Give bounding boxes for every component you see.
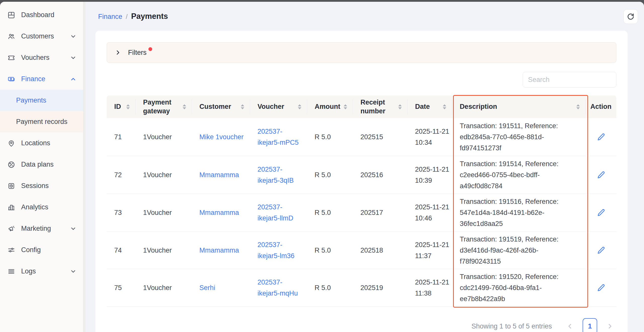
column-header-voucher[interactable]: Voucher — [250, 99, 307, 114]
voucher-link[interactable]: 202537-ikejar5-llmD — [258, 203, 294, 222]
customer-link[interactable]: Mmamamma — [199, 209, 239, 216]
edit-button[interactable] — [597, 171, 605, 179]
sort-icon[interactable] — [126, 104, 130, 109]
sidebar-item-customers[interactable]: Customers — [0, 26, 86, 47]
sidebar-item-label: Data plans — [21, 161, 76, 168]
edit-button[interactable] — [597, 246, 605, 254]
sidebar-scrollbar[interactable] — [83, 2, 86, 332]
dashboard-icon — [8, 11, 15, 19]
payments-table: ID Payment gateway Customer Voucher Amou… — [107, 96, 616, 307]
sidebar-item-marketing[interactable]: Marketing — [0, 218, 86, 239]
sidebar-item-payment-records[interactable]: Payment records — [0, 111, 86, 132]
previous-page-button[interactable] — [566, 322, 574, 330]
cell-gateway: 1Voucher — [136, 245, 192, 256]
cell-amount: R 5.0 — [307, 282, 353, 293]
customer-link[interactable]: Serhi — [199, 284, 215, 292]
column-header-customer[interactable]: Customer — [192, 99, 250, 114]
sidebar-item-label: Vouchers — [21, 54, 70, 62]
sidebar-item-analytics[interactable]: Analytics — [0, 197, 86, 218]
pencil-icon — [597, 284, 605, 292]
cell-date: 2025-11-21 10:39 — [408, 164, 452, 186]
sidebar-item-label: Payments — [16, 97, 46, 104]
customer-link[interactable]: Mmamamma — [199, 247, 239, 254]
ticket-icon — [8, 54, 15, 62]
breadcrumb: Finance / Payments — [98, 12, 168, 21]
chevron-down-icon — [70, 268, 76, 275]
voucher-link[interactable]: 202537-ikejar5-mqHu — [258, 278, 298, 297]
chevron-down-icon — [70, 55, 76, 61]
cell-voucher: 202537-ikejar5-mqHu — [250, 277, 307, 299]
page-number-button[interactable]: 1 — [583, 318, 597, 332]
edit-button[interactable] — [597, 133, 605, 141]
map-pin-icon — [8, 139, 15, 147]
sidebar-item-finance[interactable]: Finance — [0, 68, 86, 90]
sidebar-item-data-plans[interactable]: Data plans — [0, 154, 86, 175]
cell-customer: Serhi — [192, 282, 250, 293]
sidebar-item-vouchers[interactable]: Vouchers — [0, 47, 86, 68]
column-header-id[interactable]: ID — [107, 99, 136, 114]
breadcrumb-separator: / — [126, 13, 128, 21]
sidebar: Dashboard Customers Vouchers Finan — [0, 2, 86, 332]
cell-amount: R 5.0 — [307, 245, 353, 256]
sidebar-item-config[interactable]: Config — [0, 239, 86, 261]
refresh-button[interactable] — [623, 9, 638, 24]
cell-action — [586, 284, 616, 292]
sort-icon[interactable] — [398, 104, 402, 109]
sort-icon[interactable] — [298, 104, 301, 109]
sort-icon[interactable] — [241, 104, 244, 109]
cell-gateway: 1Voucher — [136, 207, 192, 218]
cell-description: Transaction: 191511, Reference: edb2845a… — [452, 120, 586, 154]
column-header-description[interactable]: Description — [452, 99, 585, 114]
cell-voucher: 202537-ikejar5-lm36 — [250, 239, 307, 261]
cell-description: Transaction: 191520, Reference: cdc21499… — [452, 271, 586, 304]
breadcrumb-finance-link[interactable]: Finance — [98, 13, 122, 21]
sort-icon[interactable] — [576, 104, 580, 109]
filters-toggle[interactable]: Filters — [107, 42, 616, 63]
pagination-summary: Showing 1 to 5 of 5 entries — [471, 322, 552, 330]
sidebar-item-label: Marketing — [21, 225, 70, 232]
cell-receipt: 202516 — [353, 169, 408, 180]
main-content: Finance / Payments Filters — [86, 2, 644, 332]
customer-link[interactable]: Mmamamma — [199, 171, 239, 179]
column-header-date[interactable]: Date — [408, 99, 452, 114]
voucher-link[interactable]: 202537-ikejar5-mPC5 — [258, 128, 299, 146]
session-clock-icon — [8, 182, 15, 190]
sidebar-item-label: Sessions — [21, 182, 76, 190]
cell-voucher: 202537-ikejar5-llmD — [250, 202, 307, 224]
column-header-payment-gateway[interactable]: Payment gateway — [136, 99, 192, 114]
search-input[interactable] — [523, 72, 616, 87]
customer-link[interactable]: Mike 1voucher — [199, 133, 244, 141]
app-window: Dashboard Customers Vouchers Finan — [0, 2, 644, 332]
cell-receipt: 202515 — [353, 131, 408, 143]
voucher-link[interactable]: 202537-ikejar5-lm36 — [258, 241, 295, 260]
voucher-link[interactable]: 202537-ikejar5-3qIB — [258, 166, 294, 184]
cell-voucher: 202537-ikejar5-3qIB — [250, 164, 307, 186]
cell-action — [586, 171, 616, 179]
edit-button[interactable] — [597, 209, 605, 217]
cell-id: 75 — [107, 282, 136, 293]
cell-customer: Mmamamma — [192, 169, 250, 180]
pencil-icon — [597, 133, 605, 141]
edit-button[interactable] — [597, 284, 605, 292]
column-header-receipt-number[interactable]: Receipt number — [353, 99, 408, 114]
cell-date: 2025-11-21 11:37 — [408, 239, 452, 261]
pagination: Showing 1 to 5 of 5 entries 1 — [107, 318, 616, 332]
cell-date: 2025-11-21 11:38 — [408, 277, 452, 299]
bar-chart-icon — [8, 204, 15, 211]
next-page-button[interactable] — [606, 322, 614, 330]
sidebar-item-logs[interactable]: Logs — [0, 261, 86, 282]
column-header-amount[interactable]: Amount — [307, 99, 353, 114]
sort-icon[interactable] — [344, 104, 347, 109]
sort-icon[interactable] — [183, 104, 186, 109]
banknote-icon — [8, 75, 15, 83]
filters-label: Filters — [128, 49, 147, 57]
sidebar-item-payments[interactable]: Payments — [0, 90, 86, 111]
sidebar-item-dashboard[interactable]: Dashboard — [0, 4, 86, 26]
cell-receipt: 202519 — [353, 282, 408, 293]
search-box — [523, 72, 616, 87]
sidebar-item-sessions[interactable]: Sessions — [0, 175, 86, 197]
sidebar-item-locations[interactable]: Locations — [0, 132, 86, 154]
percent-circle-icon — [8, 161, 15, 168]
cell-id: 74 — [107, 245, 136, 256]
sort-icon[interactable] — [443, 104, 446, 109]
